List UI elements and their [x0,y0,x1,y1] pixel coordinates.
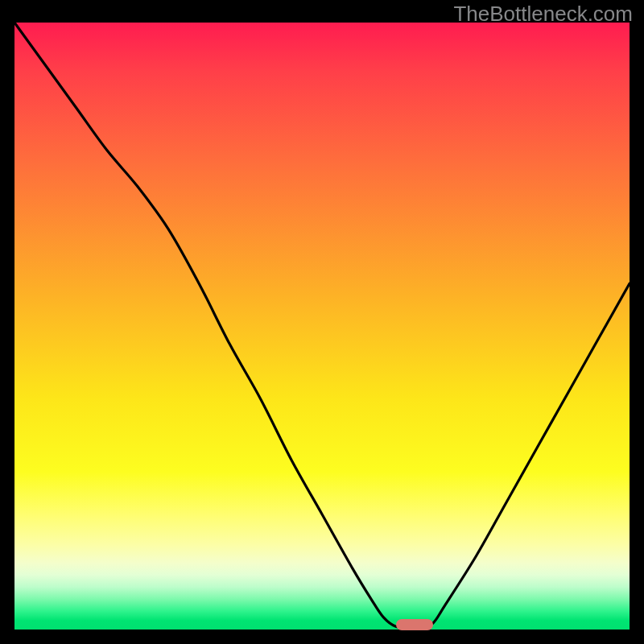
optimal-range-marker [396,619,433,630]
plot-area [14,23,630,630]
bottleneck-curve [14,23,630,630]
chart-frame: TheBottleneck.com [0,0,644,644]
